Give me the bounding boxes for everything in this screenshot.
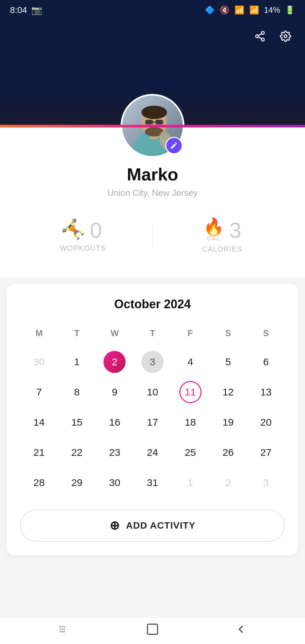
calories-label: CALORIES <box>202 245 242 254</box>
nav-back-button[interactable] <box>225 620 257 642</box>
camera-icon: 📷 <box>31 5 42 15</box>
day-header-m: M <box>20 325 58 342</box>
cal-day-2[interactable]: 2 <box>96 348 134 375</box>
battery-icon: 🔋 <box>285 5 295 15</box>
share-button[interactable] <box>251 27 269 46</box>
cal-day-5[interactable]: 5 <box>209 348 247 375</box>
day-header-t1: T <box>58 325 96 342</box>
bottom-nav <box>0 617 305 644</box>
cal-day-23[interactable]: 23 <box>96 439 134 466</box>
cal-day-17[interactable]: 17 <box>134 409 172 436</box>
cal-day-28[interactable]: 28 <box>20 469 58 496</box>
calendar-section: October 2024 M T W T F S S 30 1 2 3 4 5 … <box>7 284 298 555</box>
status-left: 8:04 📷 <box>10 5 42 15</box>
cal-day-22[interactable]: 22 <box>58 439 96 466</box>
svg-rect-22 <box>59 631 60 632</box>
svg-rect-11 <box>155 120 163 124</box>
mute-icon: 🔇 <box>220 5 230 15</box>
stats-row: 🏋 0 WORKOUTS 🔥 CAL 3 CALORIES <box>0 212 305 267</box>
wifi-icon: 📶 <box>234 5 245 15</box>
bluetooth-icon: 🔷 <box>205 5 215 15</box>
day-header-t2: T <box>134 325 172 342</box>
svg-rect-24 <box>63 631 64 632</box>
svg-rect-20 <box>61 629 62 630</box>
workouts-stat: 🏋 0 WORKOUTS <box>20 220 145 253</box>
cal-day-26[interactable]: 26 <box>209 439 247 466</box>
add-circle-icon: ⊕ <box>110 519 120 533</box>
cal-day-30-oct[interactable]: 30 <box>96 469 134 496</box>
status-time: 8:04 <box>10 5 27 15</box>
cal-day-11[interactable]: 11 <box>171 379 209 406</box>
cal-day-2-next[interactable]: 2 <box>209 469 247 496</box>
svg-point-5 <box>284 35 287 38</box>
cal-icon-container: 🔥 CAL <box>203 218 224 242</box>
header-gradient-bar <box>0 125 305 127</box>
calories-stat: 🔥 CAL 3 CALORIES <box>160 218 285 254</box>
calories-value: 3 <box>229 220 242 241</box>
cal-day-19[interactable]: 19 <box>209 409 247 436</box>
cal-text: CAL <box>207 235 220 242</box>
nav-menu-button[interactable] <box>48 620 80 642</box>
svg-rect-25 <box>147 624 158 634</box>
battery-text: 14% <box>264 5 280 15</box>
cal-day-8[interactable]: 8 <box>58 379 96 406</box>
calendar-week-4: 21 22 23 24 25 26 27 <box>20 439 285 466</box>
calories-stat-top: 🔥 CAL 3 <box>203 218 242 242</box>
edit-avatar-button[interactable] <box>165 137 183 154</box>
add-activity-button[interactable]: ⊕ ADD ACTIVITY <box>20 509 285 542</box>
workouts-label: WORKOUTS <box>60 244 106 253</box>
cal-day-10[interactable]: 10 <box>134 379 172 406</box>
svg-rect-16 <box>59 626 60 627</box>
cal-day-30-prev[interactable]: 30 <box>20 348 58 375</box>
cal-day-14[interactable]: 14 <box>20 409 58 436</box>
cal-day-13[interactable]: 13 <box>247 379 285 406</box>
day-header-w: W <box>96 325 134 342</box>
cal-day-3-next[interactable]: 3 <box>247 469 285 496</box>
calendar-grid: M T W T F S S 30 1 2 3 4 5 6 7 8 9 10 11… <box>20 325 285 496</box>
cal-day-1[interactable]: 1 <box>58 348 96 375</box>
signal-icon: 📶 <box>249 5 259 15</box>
stats-divider <box>152 223 153 250</box>
day-header-s2: S <box>247 325 285 342</box>
header-bg <box>0 20 305 127</box>
calendar-week-1: 30 1 2 3 4 5 6 <box>20 348 285 375</box>
cal-day-6[interactable]: 6 <box>247 348 285 375</box>
day-header-f: F <box>171 325 209 342</box>
status-right: 🔷 🔇 📶 📶 14% 🔋 <box>205 5 295 15</box>
svg-rect-21 <box>63 629 64 630</box>
calendar-header-row: M T W T F S S <box>20 325 285 342</box>
nav-home-button[interactable] <box>136 619 169 642</box>
dumbbell-icon: 🏋 <box>60 216 88 245</box>
svg-rect-10 <box>145 120 153 124</box>
status-bar: 8:04 📷 🔷 🔇 📶 📶 14% 🔋 <box>0 0 305 20</box>
svg-rect-17 <box>61 626 62 627</box>
cal-day-21[interactable]: 21 <box>20 439 58 466</box>
header-actions <box>251 27 295 46</box>
fire-icon: 🔥 <box>203 218 224 235</box>
calendar-title: October 2024 <box>20 297 285 311</box>
cal-day-25[interactable]: 25 <box>171 439 209 466</box>
profile-location: Union City, New Jersey <box>0 188 305 198</box>
profile-name: Marko <box>0 164 305 184</box>
svg-rect-18 <box>63 626 64 627</box>
cal-day-16[interactable]: 16 <box>96 409 134 436</box>
cal-day-31[interactable]: 31 <box>134 469 172 496</box>
cal-day-15[interactable]: 15 <box>58 409 96 436</box>
cal-day-9[interactable]: 9 <box>96 379 134 406</box>
cal-day-3[interactable]: 3 <box>134 348 172 375</box>
settings-button[interactable] <box>276 27 295 46</box>
bottom-spacer <box>0 562 305 595</box>
cal-day-18[interactable]: 18 <box>171 409 209 436</box>
cal-day-7[interactable]: 7 <box>20 379 58 406</box>
cal-day-12[interactable]: 12 <box>209 379 247 406</box>
cal-day-29[interactable]: 29 <box>58 469 96 496</box>
svg-line-3 <box>258 37 262 39</box>
cal-day-1-next[interactable]: 1 <box>171 469 209 496</box>
calendar-week-5: 28 29 30 31 1 2 3 <box>20 469 285 496</box>
cal-day-24[interactable]: 24 <box>134 439 172 466</box>
workout-stat-top: 🏋 0 <box>64 220 102 241</box>
day-header-s1: S <box>209 325 247 342</box>
cal-day-4[interactable]: 4 <box>171 348 209 375</box>
cal-day-27[interactable]: 27 <box>247 439 285 466</box>
cal-day-20[interactable]: 20 <box>247 409 285 436</box>
